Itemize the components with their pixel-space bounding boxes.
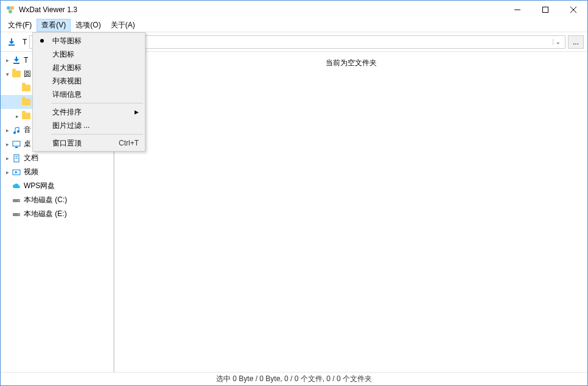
expander-icon[interactable]: ▸ xyxy=(3,57,12,63)
separator xyxy=(51,134,143,135)
content-pane: 当前为空文件夹 xyxy=(114,52,587,372)
folder-icon xyxy=(21,97,31,107)
dd-file-sort[interactable]: 文件排序▶ xyxy=(34,105,144,119)
dd-xlarge-icons[interactable]: 超大图标 xyxy=(34,61,144,74)
minimize-button[interactable] xyxy=(503,1,531,19)
folder-icon xyxy=(21,111,31,121)
svg-point-0 xyxy=(7,6,10,10)
folder-icon xyxy=(12,69,21,79)
dd-always-on-top[interactable]: 窗口置顶Ctrl+T xyxy=(34,136,144,150)
browse-button[interactable]: ... xyxy=(568,35,584,49)
tree-item[interactable]: 本地磁盘 (E:) xyxy=(1,207,113,221)
tree-item[interactable]: ▸视频 xyxy=(1,165,113,179)
menubar: 文件(F) 查看(V) 选项(O) 关于(A) 中等图标 大图标 超大图标 列表… xyxy=(1,19,587,32)
download-button[interactable] xyxy=(4,35,19,49)
document-icon xyxy=(12,153,21,163)
tree-item-label: 文档 xyxy=(24,153,38,163)
tree-item-label: WPS网盘 xyxy=(24,181,55,191)
menu-options[interactable]: 选项(O) xyxy=(71,19,105,32)
folder-icon xyxy=(21,83,31,93)
window-title: WxDat Viewer 1.3 xyxy=(19,5,503,14)
tree-item-label: T xyxy=(24,56,28,65)
menu-about[interactable]: 关于(A) xyxy=(106,19,140,32)
empty-folder-message: 当前为空文件夹 xyxy=(114,52,587,372)
separator xyxy=(51,103,143,104)
svg-point-16 xyxy=(18,200,19,201)
expander-icon[interactable]: ▸ xyxy=(3,141,12,147)
download-icon xyxy=(12,55,21,65)
window: WxDat Viewer 1.3 文件(F) 查看(V) 选项(O) 关于(A)… xyxy=(0,0,588,386)
tree-item-label: 圆 xyxy=(24,69,31,79)
toolbar-label: T xyxy=(23,38,27,46)
dd-image-filter[interactable]: 图片过滤 ... xyxy=(34,119,144,132)
svg-point-2 xyxy=(9,10,12,13)
maximize-button[interactable] xyxy=(531,1,559,19)
disk-icon xyxy=(12,209,21,219)
view-dropdown: 中等图标 大图标 超大图标 列表视图 详细信息 文件排序▶ 图片过滤 ... 窗… xyxy=(32,32,145,152)
bullet-icon xyxy=(40,39,44,43)
tree-item-label: 本地磁盘 (E:) xyxy=(24,209,67,219)
breadcrumb-dropdown[interactable]: ⌄ xyxy=(553,39,562,45)
dd-details[interactable]: 详细信息 xyxy=(34,88,144,101)
menu-file[interactable]: 文件(F) xyxy=(3,19,37,32)
app-icon xyxy=(5,5,15,15)
tree-item-label: 本地磁盘 (C:) xyxy=(24,195,67,205)
tree-item-label: 视频 xyxy=(24,167,38,177)
tree-item-label: 桌 xyxy=(24,139,31,149)
tree-item[interactable]: ▸文档 xyxy=(1,151,113,165)
svg-point-1 xyxy=(10,6,14,10)
tree-item[interactable]: 本地磁盘 (C:) xyxy=(1,193,113,207)
statusbar: 选中 0 Byte / 0 Byte, 0 / 0 个文件, 0 / 0 个文件… xyxy=(1,372,587,385)
svg-point-18 xyxy=(18,214,19,215)
dd-large-icons[interactable]: 大图标 xyxy=(34,47,144,61)
svg-rect-9 xyxy=(13,141,20,146)
dd-list-view[interactable]: 列表视图 xyxy=(34,74,144,88)
expander-icon[interactable]: ▸ xyxy=(3,127,12,133)
svg-point-8 xyxy=(17,130,19,133)
close-button[interactable] xyxy=(559,1,587,19)
disk-icon xyxy=(12,195,21,205)
expander-icon[interactable]: ▾ xyxy=(3,71,12,77)
tree-item[interactable]: WPS网盘 xyxy=(1,179,113,193)
window-controls xyxy=(503,1,587,19)
svg-rect-4 xyxy=(543,7,548,13)
dd-medium-icons[interactable]: 中等图标 xyxy=(34,34,144,47)
svg-point-7 xyxy=(13,132,16,134)
video-icon xyxy=(12,167,21,177)
expander-icon[interactable]: ▸ xyxy=(3,155,12,161)
music-icon xyxy=(12,125,21,135)
cloud-icon xyxy=(12,181,21,191)
desktop-icon xyxy=(12,139,21,149)
expander-icon[interactable]: ▸ xyxy=(13,113,21,119)
titlebar[interactable]: WxDat Viewer 1.3 xyxy=(1,1,587,19)
chevron-right-icon: ▶ xyxy=(135,109,139,115)
expander-icon[interactable]: ▸ xyxy=(3,169,12,175)
menu-view[interactable]: 查看(V) xyxy=(37,19,71,32)
tree-item-label: 音 xyxy=(24,125,31,135)
